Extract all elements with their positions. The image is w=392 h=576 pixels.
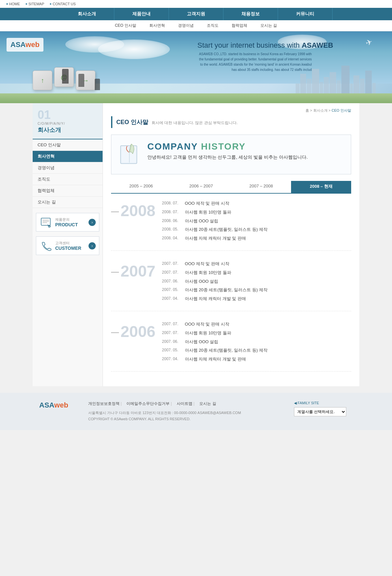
subnav-org[interactable]: 조직도 xyxy=(204,22,222,29)
event-date: 2007. 06. xyxy=(162,278,182,285)
sidebar-menu-directions[interactable]: 오시는 길 xyxy=(33,197,103,208)
event-date: 2008. 05. xyxy=(162,226,182,233)
sidebar-menu-partner[interactable]: 협력업체 xyxy=(33,185,103,197)
sub-navigation: CEO 인사말 회사연혁 경영이념 조직도 협력업체 오시는 길 xyxy=(0,20,392,31)
product-box[interactable]: 제품문의 PRODUCT › xyxy=(36,213,99,232)
hero-logo: ASAweb xyxy=(7,38,43,52)
event-date: 2008. 07. xyxy=(162,200,182,207)
sidebar-link-partner[interactable]: 협력업체 xyxy=(33,185,103,197)
event-date: 2007. 05. xyxy=(162,347,182,354)
sidebar-link-vision[interactable]: 경영이념 xyxy=(33,162,103,174)
customer-arrow-icon[interactable]: › xyxy=(89,242,96,249)
event-date: 2008. 04. xyxy=(162,235,182,242)
footer-logo: ASAweb xyxy=(39,401,78,409)
product-title: PRODUCT xyxy=(55,222,86,227)
footer-directions[interactable]: 오시는 길 xyxy=(199,401,216,407)
sidebar-menu-ceo[interactable]: CEO 인사말 xyxy=(33,139,103,151)
mainnav-recruit[interactable]: 채용정보 xyxy=(223,8,278,20)
customer-text: 고객센터 CUSTOMER xyxy=(55,241,86,251)
event-desc: 아사웹 OOO 설립 xyxy=(185,278,219,285)
event-date: 2008. 06. xyxy=(162,218,182,225)
footer-sitemap[interactable]: 사이트맵 xyxy=(177,401,194,407)
hero-tagline: Start your internet business with ASAWEB xyxy=(197,41,333,50)
page-subtitle: 회사에 대한 내용입니다. 많은 관심 부탁드립니다. xyxy=(152,120,237,126)
sidebar-title: 회사소개 xyxy=(38,126,98,134)
figure-person2 xyxy=(78,74,84,87)
topnav-sitemap[interactable]: SITEMAP xyxy=(26,2,44,6)
footer-family-area: ◀ FAMILY SITE 계열사를 선택하세요. xyxy=(294,401,353,416)
customer-icon xyxy=(40,240,53,251)
customer-box[interactable]: 고객센터 CUSTOMER › xyxy=(36,236,99,255)
sidebar-menu: CEO 인사말 회사연혁 경영이념 조직도 협력업체 오시는 길 xyxy=(33,139,103,208)
sidebar-link-directions[interactable]: 오시는 길 xyxy=(33,197,103,208)
footer-family-select[interactable]: 계열사를 선택하세요. xyxy=(294,407,346,416)
sidebar-menu-vision[interactable]: 경영이념 xyxy=(33,162,103,174)
subnav-partner[interactable]: 협력업체 xyxy=(228,22,251,29)
customer-title: CUSTOMER xyxy=(55,246,86,251)
hero-ground xyxy=(0,93,392,103)
timeline-event: 2007. 05. 아사웹 20종 세트(템플릿, 일러스트 등) 제작 xyxy=(162,347,351,354)
product-icon xyxy=(40,216,53,228)
sidebar-menu-history[interactable]: 회사연혁 xyxy=(33,151,103,162)
logo-text: ASAweb xyxy=(10,40,40,49)
footer-logo-area: ASAweb xyxy=(39,401,78,409)
subnav-ceo[interactable]: CEO 인사말 xyxy=(112,22,139,29)
mainnav-company[interactable]: 회사소개 xyxy=(60,8,114,20)
figure-person1 xyxy=(62,69,69,84)
event-date: 2007. 05. xyxy=(162,287,182,294)
event-date: 2007. 07. xyxy=(162,261,182,267)
event-desc: 아사웹 자체 캐릭터 개발 및 판매 xyxy=(185,356,246,363)
subnav-directions[interactable]: 오시는 길 xyxy=(257,22,280,29)
history-box: COMPANY HISTORY 안녕하세요! 고객을 먼저 생각하는 선두그룹,… xyxy=(111,135,351,174)
mainnav-product[interactable]: 제품안내 xyxy=(114,8,169,20)
tab-2005-2006[interactable]: 2005 – 2006 xyxy=(111,181,171,193)
timeline-event: 2007. 07. 아사웹 회원 10만명 돌파 xyxy=(162,269,351,276)
history-title: COMPANY HISTORY xyxy=(147,141,308,152)
footer-family-label: ◀ FAMILY SITE xyxy=(294,401,353,405)
event-date: 2007. 07. xyxy=(162,269,182,276)
mainnav-support[interactable]: 고객지원 xyxy=(169,8,223,20)
timeline-event: 2007. 06. 아사웹 OOO 설립 xyxy=(162,339,351,345)
sidebar-header: 01 C/O/M/P/A/N/Y/ 회사소개 xyxy=(33,103,103,139)
footer-address: 서울특별시 가나구 다라동 마바로 123번지 대표전화 : 00-0000-0… xyxy=(88,410,284,422)
event-desc: 아사웹 OOO 설립 xyxy=(185,218,219,225)
subnav-history[interactable]: 회사연혁 xyxy=(146,22,168,29)
event-desc: 아사웹 20종 세트(템플릿, 일러스트 등) 제작 xyxy=(185,226,268,233)
event-desc: 아사웹 자체 캐릭터 개발 및 판매 xyxy=(185,235,246,242)
timeline-event: 2007. 07. 아사웹 회원 10만명 돌파 xyxy=(162,330,351,337)
hero-banner: ASAweb ✈ ↑ @ → Start your internet busin… xyxy=(0,31,392,103)
sidebar-category: C/O/M/P/A/N/Y/ xyxy=(38,122,98,125)
sidebar-link-ceo[interactable]: CEO 인사말 xyxy=(33,139,103,151)
timeline-container: 2008 2008. 07. OOO 제작 및 판매 시작 2008. 07. … xyxy=(111,200,351,372)
tab-2006-2007[interactable]: 2006 – 2007 xyxy=(171,181,231,193)
timeline-event: 2007. 04. 아사웹 자체 캐릭터 개발 및 판매 xyxy=(162,296,351,302)
tab-2007-2008[interactable]: 2007 – 2008 xyxy=(231,181,291,193)
topnav-contact[interactable]: CONTACT US xyxy=(50,2,76,6)
event-desc: 아사웹 20종 세트(템플릿, 일러스트 등) 제작 xyxy=(185,287,268,294)
breadcrumb-home[interactable]: 홈 xyxy=(305,108,309,112)
mainnav-community[interactable]: 커뮤니티 xyxy=(278,8,333,20)
history-text: COMPANY HISTORY 안녕하세요! 고객을 먼저 생각하는 선두그룹,… xyxy=(147,141,308,160)
tab-2008-present[interactable]: 2008 – 현재 xyxy=(291,181,351,193)
event-date: 2007. 06. xyxy=(162,339,182,345)
footer-links: 개인정보보호정책 이메일주소무단수집거부 사이트맵 오시는 길 서울특별시 가나… xyxy=(88,401,284,422)
topnav-home[interactable]: HOME xyxy=(7,2,20,6)
event-date: 2007. 07. xyxy=(162,321,182,328)
timeline-event: 2008. 04. 아사웹 자체 캐릭터 개발 및 판매 xyxy=(162,235,351,242)
footer-email-policy[interactable]: 이메일주소무단수집거부 xyxy=(126,401,172,407)
main-navigation: 회사소개 제품안내 고객지원 채용정보 커뮤니티 xyxy=(0,8,392,20)
sidebar-link-org[interactable]: 조직도 xyxy=(33,174,103,185)
sidebar-link-history[interactable]: 회사연혁 xyxy=(33,151,103,162)
event-desc: 아사웹 회원 10만명 돌파 xyxy=(185,330,231,337)
product-arrow-icon[interactable]: › xyxy=(89,219,96,226)
timeline-event: 2007. 07. OOO 제작 및 판매 시작 xyxy=(162,321,351,328)
timeline-event: 2007. 05. 아사웹 20종 세트(템플릿, 일러스트 등) 제작 xyxy=(162,287,351,294)
timeline-event: 2008. 07. 아사웹 회원 10만명 돌파 xyxy=(162,209,351,216)
page-title-bar: CEO 인사말 회사에 대한 내용입니다. 많은 관심 부탁드립니다. xyxy=(111,116,351,128)
subnav-vision[interactable]: 경영이념 xyxy=(175,22,197,29)
sidebar-menu-org[interactable]: 조직도 xyxy=(33,174,103,185)
key-arrow: ↑ xyxy=(33,71,52,90)
breadcrumb-parent[interactable]: 회사소개 xyxy=(313,108,328,112)
footer-privacy[interactable]: 개인정보보호정책 xyxy=(88,401,122,407)
timeline-events: 2007. 07. OOO 제작 및 판매 시작 2007. 07. 아사웹 회… xyxy=(162,261,351,304)
